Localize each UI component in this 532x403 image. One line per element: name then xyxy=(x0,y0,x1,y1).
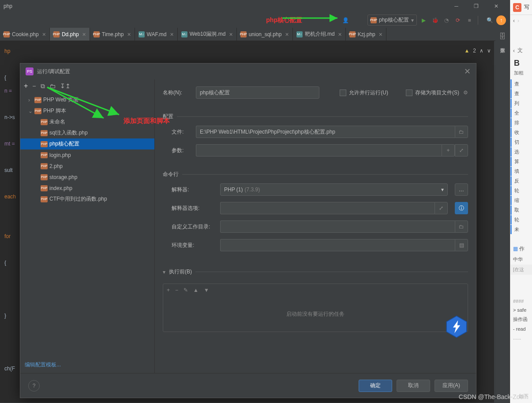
side-outline-item[interactable]: 查 xyxy=(510,89,532,98)
side-outline-item[interactable]: 未 xyxy=(510,225,532,234)
side-nav[interactable]: ‹ › xyxy=(510,15,532,26)
side-table-row[interactable]: ▦ 作 xyxy=(510,243,532,254)
editor-tab[interactable]: PHPTime.php× xyxy=(90,28,135,41)
interpreter-select[interactable]: PHP (1) (7.3.9) ▾ xyxy=(220,183,448,196)
side-outline-item[interactable]: 选 xyxy=(510,147,532,157)
tree-item[interactable]: PHPstorage.php xyxy=(20,172,154,183)
run-config-selector[interactable]: PHP php核心配置 ▾ xyxy=(367,15,417,26)
editor-tab[interactable]: PHPCookie.php× xyxy=(0,28,50,41)
close-tab-button[interactable]: × xyxy=(82,31,86,38)
tree-item[interactable]: PHPlogin.php xyxy=(20,149,154,160)
forward-icon[interactable]: › xyxy=(517,18,519,24)
folder-config-button[interactable]: 🗀 xyxy=(49,82,56,90)
tree-category-php-script[interactable]: ⌄ PHP PHP 脚本 xyxy=(20,105,154,116)
copy-config-button[interactable]: ⧉ xyxy=(41,82,45,90)
browse-workdir-button[interactable]: 🗀 xyxy=(455,220,468,233)
coverage-button[interactable]: ◔ xyxy=(442,15,451,25)
allow-parallel-checkbox[interactable]: 允许并行运行(U) xyxy=(340,89,388,97)
edit-templates-link[interactable]: 编辑配置模板... xyxy=(20,357,154,373)
side-outline-item[interactable]: 收 xyxy=(510,128,532,137)
args-input[interactable] xyxy=(196,144,442,157)
side-outline-item[interactable]: 算 xyxy=(510,157,532,166)
expand-arg-button[interactable]: ⤢ xyxy=(455,144,468,157)
name-input[interactable] xyxy=(196,86,319,99)
csdn-logo-icon[interactable]: C xyxy=(513,3,521,12)
close-window-button[interactable]: ✕ xyxy=(486,0,506,12)
add-arg-button[interactable]: + xyxy=(442,144,455,157)
bold-indicator[interactable]: B xyxy=(510,57,532,70)
side-outline-item[interactable]: 轮 xyxy=(510,215,532,224)
interpreter-settings-button[interactable]: … xyxy=(455,183,468,196)
profiler-button[interactable]: ⟳ xyxy=(453,15,463,25)
tree-category-php-web[interactable]: › PHP PHP Web 页面 xyxy=(20,94,154,105)
side-outline-item[interactable]: 全 xyxy=(510,108,532,118)
side-breadcrumb[interactable]: ‹ 文 xyxy=(510,44,532,57)
stop-button[interactable]: ■ xyxy=(465,15,474,25)
side-outline-item[interactable]: 查 xyxy=(510,79,532,89)
edit-env-button[interactable]: ▤ xyxy=(455,239,468,251)
side-outline-item[interactable]: 列 xyxy=(510,99,532,108)
side-placeholder[interactable]: [在这 xyxy=(510,265,532,275)
interpreter-opts-input[interactable] xyxy=(220,202,435,214)
editor-tab[interactable]: PHPKzj.php× xyxy=(346,28,386,41)
remove-config-button[interactable]: − xyxy=(32,82,36,90)
back-icon[interactable]: ‹ xyxy=(513,18,515,24)
close-tab-button[interactable]: × xyxy=(170,31,173,38)
side-outline-item[interactable]: 反 xyxy=(510,176,532,186)
tree-item[interactable]: PHP2.php xyxy=(20,160,154,172)
editor-tab[interactable]: M↓靶机介绍.md× xyxy=(293,28,346,41)
gear-icon[interactable]: ⚙ xyxy=(463,90,468,96)
info-button[interactable]: ⓘ xyxy=(455,202,468,214)
close-tab-button[interactable]: × xyxy=(42,31,46,38)
help-button[interactable]: ? xyxy=(28,380,40,392)
add-task-button[interactable]: + xyxy=(167,287,170,293)
checkbox-icon[interactable] xyxy=(340,90,346,96)
side-outline-item[interactable]: 填 xyxy=(510,167,532,176)
checkbox-icon[interactable] xyxy=(406,90,412,96)
file-path-input[interactable] xyxy=(196,126,455,138)
user-icon[interactable]: 👤 xyxy=(341,15,351,25)
store-as-project-checkbox[interactable]: 存储为项目文件(S) ⚙ xyxy=(406,89,468,97)
prev-highlight-button[interactable]: ∧ xyxy=(480,48,483,54)
add-config-button[interactable]: + xyxy=(24,82,28,90)
side-outline-item[interactable]: 缩 xyxy=(510,196,532,205)
close-tab-button[interactable]: × xyxy=(379,31,382,38)
remove-task-button[interactable]: − xyxy=(175,287,178,293)
dialog-close-button[interactable]: ✕ xyxy=(464,67,471,76)
workdir-input[interactable] xyxy=(220,220,455,233)
close-tab-button[interactable]: × xyxy=(338,31,342,38)
close-tab-button[interactable]: × xyxy=(127,31,131,38)
debug-button[interactable]: 🐞 xyxy=(430,15,440,25)
before-launch-section[interactable]: ▾ 执行前(B) xyxy=(163,268,468,276)
move-down-button[interactable]: ▼ xyxy=(204,287,209,293)
close-tab-button[interactable]: × xyxy=(285,31,288,38)
close-tab-button[interactable]: × xyxy=(229,31,232,38)
database-tool-icon[interactable]: 🗄 xyxy=(499,33,506,41)
editor-tab[interactable]: M↓Web10漏洞.md× xyxy=(178,28,237,41)
tree-item[interactable]: PHPsql注入函数.php xyxy=(20,127,154,138)
run-button[interactable]: ▶ xyxy=(419,15,428,25)
tree-item[interactable]: PHPphp核心配置 xyxy=(20,138,154,149)
ok-button[interactable]: 确定 xyxy=(359,380,392,392)
minimize-button[interactable]: ─ xyxy=(446,0,466,12)
cancel-button[interactable]: 取消 xyxy=(397,380,430,392)
notifications-button[interactable]: ↑ xyxy=(496,15,506,25)
side-outline-item[interactable]: 取 xyxy=(510,205,532,215)
env-input[interactable] xyxy=(220,239,455,251)
side-outline-item[interactable]: 切 xyxy=(510,138,532,147)
move-up-button[interactable]: ▲ xyxy=(193,287,199,293)
editor-tab[interactable]: PHPunion_sql.php× xyxy=(237,28,293,41)
editor-tab[interactable]: PHPDd.php× xyxy=(50,28,90,41)
warning-icon[interactable]: ▲ xyxy=(464,48,469,54)
sort-config-button[interactable]: ↧↥ xyxy=(60,82,71,90)
search-button[interactable]: 🔍 xyxy=(485,15,495,25)
tree-item[interactable]: PHPCTF中用到过的函数.php xyxy=(20,194,154,205)
apply-button[interactable]: 应用(A) xyxy=(435,380,468,392)
edit-task-button[interactable]: ✎ xyxy=(184,287,188,293)
expand-opts-button[interactable]: ⤢ xyxy=(435,202,448,214)
maximize-button[interactable]: ❐ xyxy=(466,0,486,12)
side-outline-item[interactable]: 轮 xyxy=(510,186,532,195)
side-outline-item[interactable]: 排 xyxy=(510,118,532,127)
editor-tab[interactable]: M↓WAF.md× xyxy=(135,28,178,41)
tree-item[interactable]: PHPindex.php xyxy=(20,183,154,194)
